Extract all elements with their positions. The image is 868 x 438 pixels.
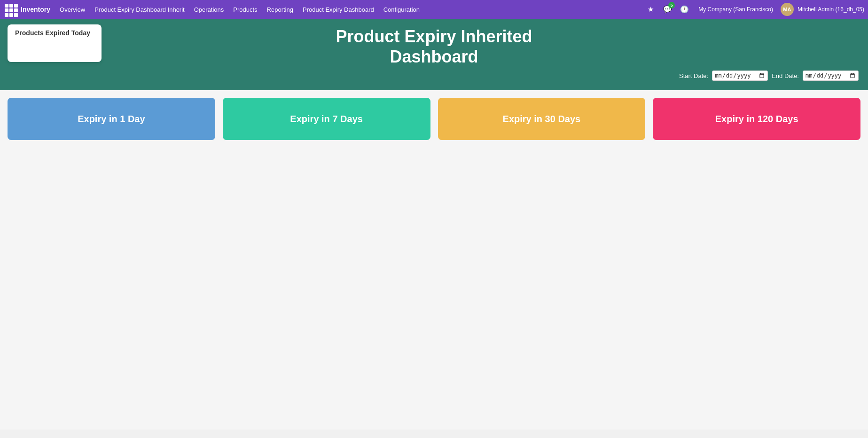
topnav-icons: ★ 💬 5 🕐 My Company (San Francisco) MA Mi…: [644, 3, 864, 16]
nav-product-expiry-dashboard[interactable]: Product Expiry Dashboard: [299, 4, 378, 15]
products-expired-today-card[interactable]: Products Expired Today: [8, 24, 102, 62]
clock-icon[interactable]: 🕐: [678, 3, 691, 16]
company-name: My Company (San Francisco): [698, 6, 773, 13]
nav-reporting[interactable]: Reporting: [263, 4, 297, 15]
avatar[interactable]: MA: [781, 3, 794, 16]
nav-product-expiry-inherit[interactable]: Product Expiry Dashboard Inherit: [91, 4, 188, 15]
expiry-30days-card[interactable]: Expiry in 30 Days: [438, 98, 646, 140]
start-date-input[interactable]: [712, 70, 768, 81]
date-filter-row: Start Date: End Date:: [9, 70, 859, 81]
products-expired-today-label: Products Expired Today: [15, 29, 94, 37]
top-navigation: Inventory Overview Product Expiry Dashbo…: [0, 0, 868, 19]
header-section: Products Expired Today Product Expiry In…: [0, 19, 868, 90]
user-name: Mitchell Admin (16_db_05): [798, 6, 864, 13]
notifications-badge: 5: [668, 2, 675, 8]
dashboard-title: Product Expiry Inherited Dashboard: [9, 26, 859, 67]
start-date-label: Start Date:: [679, 72, 708, 79]
brand-name[interactable]: Inventory: [21, 6, 50, 13]
main-content: [0, 148, 868, 430]
settings-icon[interactable]: ★: [644, 3, 657, 16]
cards-section: Expiry in 1 Day Expiry in 7 Days Expiry …: [0, 90, 868, 148]
dashboard-title-block: Product Expiry Inherited Dashboard: [9, 26, 859, 67]
end-date-label: End Date:: [772, 72, 799, 79]
nav-operations[interactable]: Operations: [190, 4, 228, 15]
expiry-120days-card[interactable]: Expiry in 120 Days: [653, 98, 860, 140]
expiry-7days-card[interactable]: Expiry in 7 Days: [223, 98, 430, 140]
nav-products[interactable]: Products: [229, 4, 261, 15]
nav-configuration[interactable]: Configuration: [380, 4, 423, 15]
apps-icon[interactable]: [4, 3, 17, 16]
expiry-1day-card[interactable]: Expiry in 1 Day: [8, 98, 215, 140]
nav-overview[interactable]: Overview: [56, 4, 89, 15]
chat-icon[interactable]: 💬 5: [661, 3, 674, 16]
end-date-input[interactable]: [803, 70, 859, 81]
